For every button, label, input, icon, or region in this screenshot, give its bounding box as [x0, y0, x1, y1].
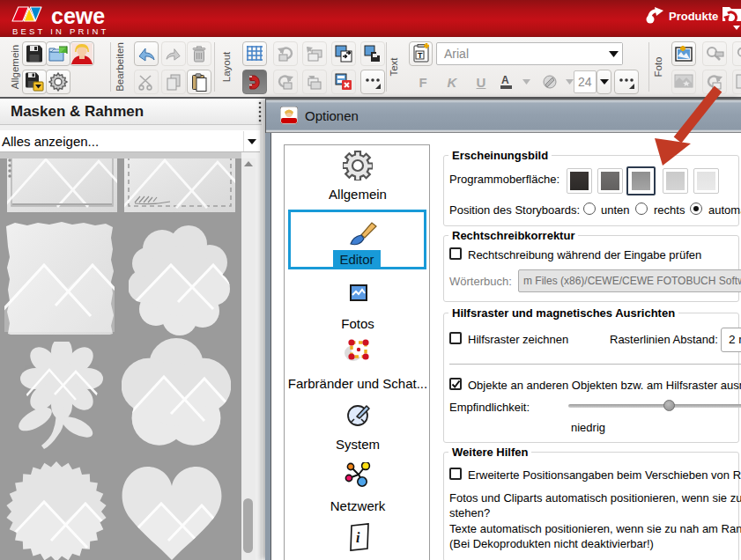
- svg-text:A: A: [501, 74, 509, 86]
- svg-text:BEST IN PRINT: BEST IN PRINT: [12, 26, 109, 36]
- svg-text:i: i: [356, 530, 360, 545]
- svg-text:cewe: cewe: [51, 4, 105, 28]
- svg-text:T: T: [418, 51, 423, 60]
